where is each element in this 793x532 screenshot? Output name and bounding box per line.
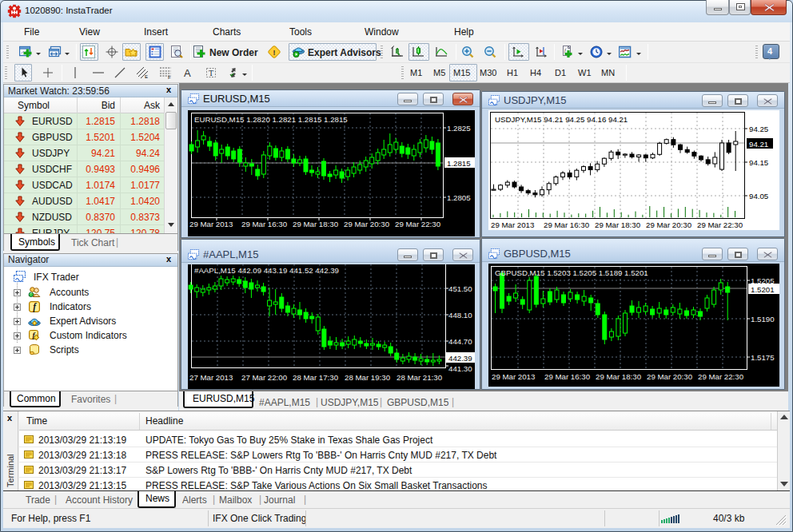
svg-text:29 Mar 20:30: 29 Mar 20:30 bbox=[344, 220, 390, 228]
svg-text:1.5201: 1.5201 bbox=[751, 285, 775, 294]
svg-text:29 Mar 18:30: 29 Mar 18:30 bbox=[596, 372, 642, 381]
svg-text:94.05: 94.05 bbox=[749, 192, 768, 200]
svg-text:#AAPL,M15 442.09 443.19 441.5: #AAPL,M15 442.09 443.19 441.52 442.39 bbox=[194, 266, 339, 275]
svg-text:28 Mar 21:30: 28 Mar 21:30 bbox=[396, 373, 443, 382]
svg-text:T: T bbox=[209, 69, 213, 77]
svg-text:1.5190: 1.5190 bbox=[751, 315, 775, 324]
svg-text:!: ! bbox=[273, 49, 276, 57]
svg-text:94.15: 94.15 bbox=[749, 158, 768, 167]
svg-text:29 Mar 18:30: 29 Mar 18:30 bbox=[595, 220, 641, 229]
svg-text:1.5175: 1.5175 bbox=[751, 353, 775, 362]
svg-text:29 Mar 22:30: 29 Mar 22:30 bbox=[698, 372, 744, 381]
svg-text:27 Mar 2013: 27 Mar 2013 bbox=[189, 373, 233, 382]
svg-text:USDJPY,M15 94.21 94.25 94.16: USDJPY,M15 94.21 94.25 94.16 94.21 bbox=[495, 115, 628, 124]
svg-text:442.39: 442.39 bbox=[448, 354, 472, 363]
svg-text:F: F bbox=[168, 75, 171, 79]
svg-text:EURUSD,M15 1.2820 1.2821 1.28: EURUSD,M15 1.2820 1.2821 1.2815 1.2815 bbox=[194, 115, 348, 124]
svg-text:28 Mar 17:30: 28 Mar 17:30 bbox=[293, 373, 339, 382]
svg-text:29 Mar 20:30: 29 Mar 20:30 bbox=[646, 220, 692, 229]
svg-text:1.2805: 1.2805 bbox=[447, 193, 471, 202]
svg-text:29 Mar 16:30: 29 Mar 16:30 bbox=[544, 372, 591, 381]
svg-text:444.70: 444.70 bbox=[448, 337, 472, 346]
svg-text:27 Mar 22:00: 27 Mar 22:00 bbox=[241, 373, 288, 382]
svg-text:448.10: 448.10 bbox=[448, 311, 472, 320]
svg-text:29 Mar 2013: 29 Mar 2013 bbox=[491, 220, 534, 229]
svg-text:GBPUSD,M15 1.5203 1.5205 1.51: GBPUSD,M15 1.5203 1.5205 1.5189 1.5201 bbox=[495, 268, 648, 277]
svg-text:451.50: 451.50 bbox=[448, 284, 472, 293]
svg-text:29 Mar 18:30: 29 Mar 18:30 bbox=[293, 220, 339, 228]
svg-text:29 Mar 20:30: 29 Mar 20:30 bbox=[647, 372, 693, 381]
svg-text:29 Mar 16:30: 29 Mar 16:30 bbox=[544, 220, 590, 229]
svg-text:29 Mar 2013: 29 Mar 2013 bbox=[492, 372, 535, 381]
svg-text:441.30: 441.30 bbox=[448, 364, 472, 373]
svg-text:29 Mar 16:30: 29 Mar 16:30 bbox=[241, 220, 288, 228]
svg-text:1.2825: 1.2825 bbox=[447, 124, 471, 133]
svg-text:E: E bbox=[145, 74, 148, 79]
svg-text:94.21: 94.21 bbox=[749, 140, 768, 149]
svg-text:94.25: 94.25 bbox=[749, 125, 768, 133]
svg-text:1.2815: 1.2815 bbox=[447, 159, 471, 168]
svg-text:29 Mar 22:30: 29 Mar 22:30 bbox=[395, 220, 441, 228]
svg-text:28 Mar 19:30: 28 Mar 19:30 bbox=[345, 373, 391, 382]
svg-text:29 Mar 22:30: 29 Mar 22:30 bbox=[697, 220, 743, 229]
svg-text:29 Mar 2013: 29 Mar 2013 bbox=[189, 220, 233, 228]
